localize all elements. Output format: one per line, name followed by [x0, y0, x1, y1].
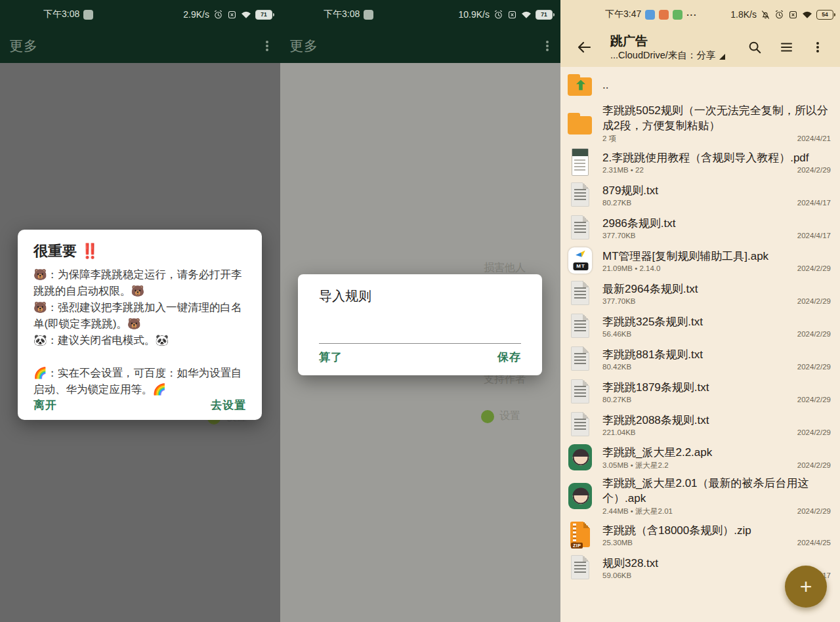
- network-speed: 10.9K/s: [459, 9, 490, 20]
- search-icon[interactable]: [742, 34, 768, 60]
- overflow-menu-icon[interactable]: [546, 45, 549, 47]
- important-dialog: 很重要 ‼️ 🐻：为保障李跳跳稳定运行，请务必打开李跳跳的自启动权限。🐻 🐻：强…: [18, 230, 262, 420]
- overflow-menu-icon[interactable]: [805, 34, 831, 60]
- rule-input[interactable]: [319, 330, 521, 344]
- battery-icon: 54: [816, 10, 833, 20]
- status-bar: 下午3:47 ··· 1.8K/s 54: [560, 0, 840, 29]
- notification-app-icon-orange: [659, 10, 669, 20]
- import-rules-dialog: 导入规则 算了 保存: [298, 274, 542, 375]
- alarm-icon: [774, 10, 784, 20]
- file-date: 2024/2/29: [797, 461, 831, 469]
- network-speed: 1.8K/s: [730, 9, 757, 20]
- exclamation-emoji: ‼️: [81, 243, 98, 259]
- file-meta: 2.31MB • 22: [602, 166, 644, 174]
- dialog-title: 很重要 ‼️: [33, 241, 246, 261]
- file-row[interactable]: 李跳跳2088条规则.txt 221.04KB 2024/2/29: [560, 408, 840, 441]
- file-name: 李跳跳_派大星2.01（最新的被杀后台用这个）.apk: [602, 476, 831, 506]
- save-button[interactable]: 保存: [497, 350, 521, 365]
- file-row[interactable]: 李跳跳881条规则.txt 80.42KB 2024/2/29: [560, 342, 840, 375]
- file-row[interactable]: MT管理器[复制规则辅助工具].apk 21.09MB • 2.14.0 202…: [560, 244, 840, 277]
- file-date: 2024/2/29: [797, 363, 831, 371]
- back-icon[interactable]: [571, 34, 597, 60]
- txt-icon: [566, 410, 596, 439]
- file-meta: 25.30MB: [602, 539, 633, 547]
- view-mode-icon[interactable]: [773, 34, 799, 60]
- file-row[interactable]: 最新2964条规则.txt 377.70KB 2024/2/29: [560, 277, 840, 310]
- file-name: 李跳跳1879条规则.txt: [602, 380, 831, 395]
- txt-icon: [566, 344, 596, 373]
- status-bar: 下午3:08 2.9K/s 71: [0, 0, 280, 29]
- wifi-icon: [521, 10, 532, 19]
- file-row[interactable]: 李跳跳（含18000条规则）.zip 25.30MB 2024/4/25: [560, 518, 840, 551]
- leave-button[interactable]: 离开: [33, 398, 57, 413]
- screenshot-composite: 下午3:08 2.9K/s 71 更多 设置 很重要 ‼️: [0, 0, 840, 622]
- header-area: 下午3:47 ··· 1.8K/s 54 跳广告: [560, 0, 840, 67]
- dimmed-settings-item: 设置: [481, 409, 520, 423]
- mt-icon: [566, 246, 596, 275]
- dialog-line: 🐻：为保障李跳跳稳定运行，请务必打开李跳跳的自启动权限。🐻: [33, 266, 246, 299]
- file-meta: 80.42KB: [602, 363, 631, 371]
- page-title: 更多: [289, 37, 318, 55]
- app-bar: 更多: [280, 29, 560, 63]
- add-fab-button[interactable]: +: [785, 566, 827, 608]
- breadcrumb[interactable]: ...CloudDrive/来自：分享: [610, 50, 725, 61]
- file-name: 李跳跳881条规则.txt: [602, 347, 831, 362]
- dialog-line: 🐼：建议关闭省电模式。🐼: [33, 332, 246, 348]
- app-bar: 更多: [0, 29, 280, 63]
- file-meta: 3.05MB • 派大星2.2: [602, 461, 669, 470]
- file-row[interactable]: 879规则.txt 80.27KB 2024/4/17: [560, 178, 840, 211]
- notification-app-icon-blue: [645, 10, 655, 20]
- file-name: ..: [602, 77, 831, 93]
- clock-text: 下午3:08: [324, 9, 360, 20]
- file-row[interactable]: ..: [560, 68, 840, 101]
- dialog-body: 🐻：为保障李跳跳稳定运行，请务必打开李跳跳的自启动权限。🐻 🐻：强烈建议把李跳跳…: [33, 266, 246, 398]
- dimmed-text-top: 损害他人: [484, 261, 526, 275]
- alarm-icon: [494, 10, 503, 20]
- file-date: 2024/4/17: [797, 232, 831, 239]
- file-date: 2024/2/29: [797, 264, 831, 272]
- file-date: 2024/4/21: [797, 135, 831, 142]
- folder-up-icon: [566, 70, 596, 99]
- wifi-icon: [802, 10, 812, 19]
- overflow-menu-icon[interactable]: [266, 45, 268, 47]
- notification-app-icon: [364, 10, 373, 20]
- file-name: 李跳跳5052规则（一次无法完全复制，所以分成2段，方便复制粘贴）: [602, 103, 831, 133]
- file-row[interactable]: 李跳跳5052规则（一次无法完全复制，所以分成2段，方便复制粘贴） 2 项 20…: [560, 101, 840, 146]
- page-title: 更多: [9, 37, 38, 55]
- txt-icon: [566, 213, 596, 242]
- file-row[interactable]: 2986条规则.txt 377.70KB 2024/4/17: [560, 211, 840, 244]
- pdf-icon: [566, 148, 596, 176]
- header-area: 下午3:08 2.9K/s 71 更多: [0, 0, 280, 63]
- dropdown-triangle-icon: [719, 54, 725, 60]
- dialog-title: 导入规则: [319, 287, 521, 305]
- file-row[interactable]: 李跳跳325条规则.txt 56.46KB 2024/2/29: [560, 310, 840, 342]
- file-row[interactable]: 李跳跳1879条规则.txt 80.27KB 2024/2/29: [560, 375, 840, 408]
- go-settings-button[interactable]: 去设置: [211, 398, 246, 413]
- notification-app-icon: [83, 10, 93, 20]
- file-date: 2024/2/29: [797, 297, 831, 305]
- clock-text: 下午3:08: [43, 9, 79, 20]
- status-bar: 下午3:08 10.9K/s 71: [280, 0, 560, 29]
- file-row[interactable]: 李跳跳_派大星2.01（最新的被杀后台用这个）.apk 2.44MB • 派大星…: [560, 474, 840, 518]
- no-sim-icon: [507, 10, 517, 20]
- file-row[interactable]: 2.李跳跳使用教程（含规则导入教程）.pdf 2.31MB • 22 2024/…: [560, 146, 840, 178]
- file-meta: 80.27KB: [602, 199, 631, 207]
- file-meta: 377.70KB: [602, 232, 636, 239]
- wifi-icon: [241, 10, 251, 19]
- dialog-line: 🐻：强烈建议把李跳跳加入一键清理的白名单(即锁定李跳跳)。🐻: [33, 299, 246, 332]
- file-meta: 221.04KB: [602, 428, 636, 436]
- panel-file-manager: 下午3:47 ··· 1.8K/s 54 跳广告: [560, 0, 840, 622]
- network-speed: 2.9K/s: [183, 9, 209, 20]
- file-meta: 377.70KB: [602, 297, 636, 305]
- no-sim-icon: [788, 10, 798, 20]
- apk-icon: [566, 482, 596, 510]
- file-date: 2024/2/29: [797, 330, 831, 338]
- cancel-button[interactable]: 算了: [319, 350, 343, 365]
- file-date: 2024/2/29: [797, 428, 831, 436]
- file-meta: 2 项: [602, 134, 616, 144]
- file-row[interactable]: 李跳跳_派大星2.2.apk 3.05MB • 派大星2.2 2024/2/29: [560, 441, 840, 474]
- panel-important-dialog: 下午3:08 2.9K/s 71 更多 设置 很重要 ‼️: [0, 0, 280, 622]
- folder-title: 跳广告: [610, 34, 725, 49]
- battery-icon: 71: [255, 10, 272, 20]
- file-meta: 80.27KB: [602, 396, 631, 404]
